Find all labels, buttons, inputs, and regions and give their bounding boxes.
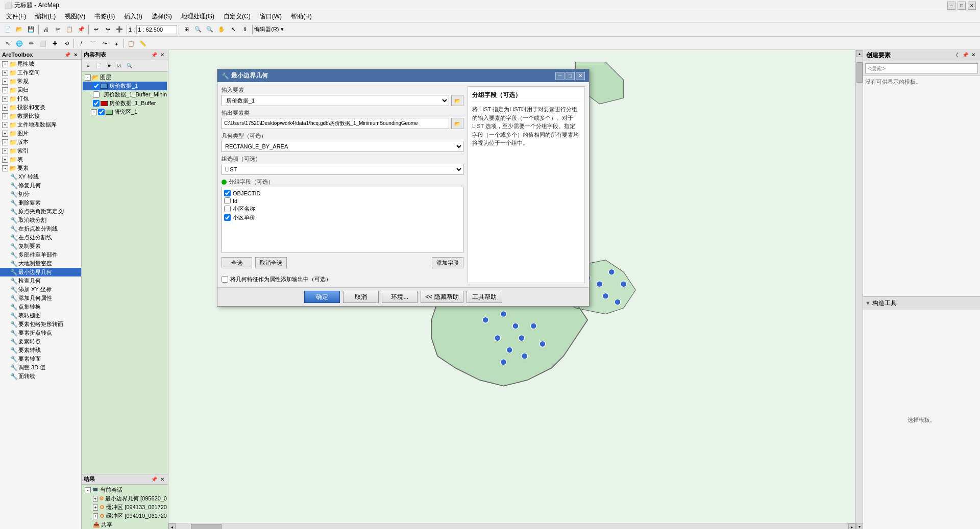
tree-item-24[interactable]: 🔧 最小边界几何 [0,268,81,276]
search-input[interactable] [865,63,978,73]
layer-check-2[interactable] [93,100,100,107]
select-button[interactable]: ↖ [228,24,239,35]
scroll-thumb[interactable] [856,62,863,83]
menu-select[interactable]: 选择(S) [148,11,176,22]
construct-pin-btn[interactable]: 📌 [962,51,969,58]
expand-icon-1[interactable]: + [2,70,8,76]
field-check-0[interactable] [224,190,231,196]
measure-button[interactable]: 📏 [137,38,149,49]
menu-bookmarks[interactable]: 书签(B) [90,11,119,22]
content-tree[interactable]: - 📂 图层 房价数据_1 房价数据_1_Buffer_Minin [82,72,168,474]
results-pin-btn[interactable]: 📌 [151,475,158,483]
select-all-btn[interactable]: 全选 [222,257,252,268]
redo-button[interactable]: ↪ [102,24,113,35]
tree-item-19[interactable]: 🔧 在折点处分割线 [0,224,81,233]
pointer-button[interactable]: ↖ [2,38,13,49]
cancel-button[interactable]: 取消 [343,291,379,303]
scroll-thumb-h[interactable] [191,524,222,529]
tree-item-22[interactable]: 🔧 多部件至单部件 [0,250,81,259]
menu-window[interactable]: 窗口(W) [256,11,286,22]
tree-item-34[interactable]: 🔧 要素转面 [0,355,81,363]
close-button[interactable]: ✕ [968,2,976,10]
expand-icon-12[interactable]: - [2,165,8,171]
scroll-down-btn[interactable]: ▼ [856,523,863,529]
tree-item-18[interactable]: 🔧 取消线分割 [0,216,81,224]
move-button[interactable]: ✚ [49,38,60,49]
tree-item-8[interactable]: + 📁 图片 [0,129,81,138]
expand-icon-7[interactable]: + [2,122,8,128]
expand-icon-6[interactable]: + [2,113,8,119]
content-vis-btn[interactable]: 👁 [104,61,113,70]
input-features-browse-btn[interactable]: 📂 [451,95,463,106]
construct-toggle-btn[interactable]: ▼ [865,300,871,306]
field-check-3[interactable] [224,214,231,221]
layer-item-0[interactable]: 房价数据_1 [83,82,167,90]
result-expand-0[interactable]: + [93,496,97,502]
field-check-2[interactable] [224,206,231,212]
expand-icon-8[interactable]: + [2,131,8,137]
layer-check-3[interactable] [98,109,105,115]
env-button[interactable]: 环境... [382,291,418,303]
tree-item-33[interactable]: 🔧 要素转线 [0,346,81,355]
session-expand[interactable]: - [85,487,91,493]
pencil-button[interactable]: ✏ [26,38,37,49]
expand-icon-3[interactable]: + [2,87,8,93]
tree-item-12[interactable]: - 📂 要素 [0,164,81,172]
layer-expand[interactable]: - [85,74,91,81]
expand-icon-5[interactable]: + [2,105,8,111]
menu-geoprocessing[interactable]: 地理处理(G) [177,11,218,22]
scroll-up-btn[interactable]: ▲ [856,50,863,57]
input-features-select[interactable]: 房价数据_1 [222,95,449,106]
tree-item-29[interactable]: 🔧 表转栅图 [0,311,81,320]
toolbox-close-btn[interactable]: ✕ [72,51,79,58]
scale2-button[interactable]: ⟲ [61,38,72,49]
tree-item-32[interactable]: 🔧 要素转点 [0,337,81,346]
tree-item-11[interactable]: + 📁 表 [0,155,81,164]
tree-item-15[interactable]: 🔧 切分 [0,190,81,198]
fields-checkbox-list[interactable]: OBJECTID Id 小区名称 小区单价 [222,187,463,253]
tree-item-31[interactable]: 🔧 要素折点转点 [0,329,81,337]
tree-item-16[interactable]: 🔧 删除要素 [0,198,81,207]
tree-item-35[interactable]: 🔧 调整 3D 值 [0,363,81,372]
results-session[interactable]: - 💻 当前会话 [83,486,167,494]
expand-icon[interactable]: + [2,61,8,67]
hide-help-button[interactable]: << 隐藏帮助 [421,291,463,303]
tree-item-10[interactable]: + 📁 索引 [0,146,81,155]
layer-group[interactable]: - 📂 图层 [83,73,167,82]
tree-item-5[interactable]: + 📁 投影和变换 [0,103,81,112]
tree-item-36[interactable]: 🔧 面转线 [0,372,81,381]
content-sel-btn[interactable]: ☑ [114,61,124,70]
line-button[interactable]: / [76,38,87,49]
output-browse-btn[interactable]: 📂 [451,118,463,129]
expand-icon-11[interactable]: + [2,157,8,163]
map-scrollbar-h[interactable]: ◄ ► [168,523,855,529]
content-close-btn[interactable]: ✕ [159,51,166,58]
layer-check-1[interactable] [93,91,100,98]
result-item-1[interactable]: + ⚙ 缓冲区 [094133_061720 [83,503,167,512]
construct-expand-btn[interactable]: ⟨ [953,51,961,58]
results-close-btn[interactable]: ✕ [159,475,166,483]
scroll-left-btn[interactable]: ◄ [168,523,176,529]
print-button[interactable]: 🖨 [40,24,52,35]
expand-icon-4[interactable]: + [2,96,8,102]
menu-help[interactable]: 帮助(H) [287,11,316,22]
tree-item-14[interactable]: 🔧 修复几何 [0,181,81,190]
geometry-type-select[interactable]: RECTANGLE_BY_AREA [222,141,463,152]
result-expand-1[interactable]: + [93,505,98,511]
construct-close-btn[interactable]: ✕ [970,51,977,58]
tree-item-9[interactable]: + 📁 版本 [0,138,81,146]
open-button[interactable]: 📂 [14,24,25,35]
layer-item-3[interactable]: + 研究区_1 [83,108,167,116]
result-item-0[interactable]: + ⚙ 最小边界几何 [095620_0 [83,494,167,503]
zoom-full-button[interactable]: ⊞ [181,24,192,35]
content-search-btn[interactable]: 🔍 [125,61,134,70]
expand-icon-2[interactable]: + [2,79,8,85]
dialog-close-btn[interactable]: ✕ [576,72,585,80]
layer-item-1[interactable]: 房价数据_1_Buffer_Minin [83,90,167,99]
undo-button[interactable]: ↩ [90,24,102,35]
select2-button[interactable]: ⬜ [37,38,48,49]
zoom-in-button[interactable]: 🔍 [192,24,204,35]
minimize-button[interactable]: ─ [947,2,955,10]
menu-edit[interactable]: 编辑(E) [31,11,60,22]
layer-item-2[interactable]: 房价数据_1_Buffer [83,99,167,108]
